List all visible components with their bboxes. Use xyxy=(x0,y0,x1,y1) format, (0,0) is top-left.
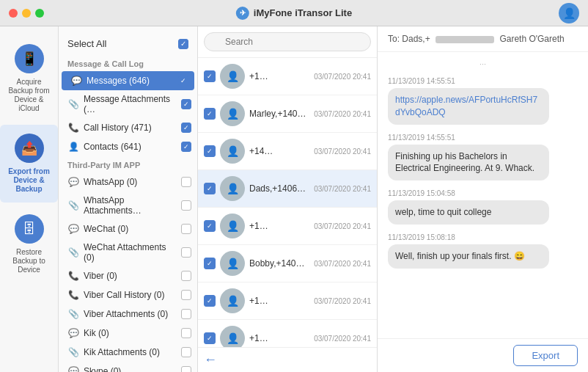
wechat-attach-checkbox[interactable] xyxy=(181,247,191,258)
acquire-icon: 📱 xyxy=(15,44,44,73)
messages-icon: 💬 xyxy=(70,75,82,87)
conv-time: 03/07/2020 20:41 xyxy=(314,110,371,118)
title-bar: ✈ iMyFone iTransor Lite 👤 xyxy=(0,0,588,26)
nav-item-wechat-attachments[interactable]: 📎 WeChat Attachments (0) xyxy=(59,238,197,266)
contacts-checkbox[interactable]: ✓ xyxy=(181,142,191,152)
user-avatar[interactable]: 👤 xyxy=(559,3,579,23)
nav-item-viber-attach[interactable]: 📎 Viber Attachments (0) xyxy=(59,304,197,324)
restore-icon: 🗄 xyxy=(15,214,44,244)
conv-time: 03/07/2020 20:41 xyxy=(314,73,371,81)
whatsapp-attach-checkbox[interactable] xyxy=(181,200,191,211)
call-icon: 📞 xyxy=(67,122,79,134)
nav-item-kik-attach[interactable]: 📎 Kik Attachments (0) xyxy=(59,343,197,362)
avatar: 👤 xyxy=(220,326,245,347)
viber-call-checkbox[interactable] xyxy=(181,290,191,300)
conv-name: Bobby,+14066600... xyxy=(249,258,309,269)
kik-icon: 💬 xyxy=(67,327,79,339)
message-timestamp: 11/13/2019 14:55:51 xyxy=(388,134,578,142)
conv-checkbox[interactable]: ✓ xyxy=(204,108,216,120)
message-group: 11/13/2019 14:55:51 https://apple.news/A… xyxy=(388,77,578,125)
select-all-row: Select All ✓ xyxy=(59,32,197,55)
search-input[interactable] xyxy=(204,32,371,51)
conv-checkbox[interactable]: ✓ xyxy=(204,183,216,194)
truncated-indicator: ··· xyxy=(388,59,578,68)
conv-info: Dads,+14066005... xyxy=(249,183,309,194)
conv-name: +1... xyxy=(249,333,309,343)
conversation-item[interactable]: ✓ 👤 +1... 03/07/2020 20:41 xyxy=(198,320,377,347)
skype-checkbox[interactable] xyxy=(181,366,191,372)
export-button[interactable]: Export xyxy=(513,345,578,366)
avatar: 👤 xyxy=(220,64,245,89)
avatar: 👤 xyxy=(220,176,245,201)
whatsapp-checkbox[interactable] xyxy=(181,177,191,187)
select-all-checkbox[interactable]: ✓ xyxy=(178,39,188,49)
conv-checkbox[interactable]: ✓ xyxy=(204,70,216,82)
header-redacted xyxy=(436,36,494,43)
conv-info: Bobby,+14066600... xyxy=(249,258,309,269)
viber-checkbox[interactable] xyxy=(181,271,191,281)
contacts-icon: 👤 xyxy=(67,141,79,153)
nav-item-wechat[interactable]: 💬 WeChat (0) xyxy=(59,219,197,238)
nav-item-viber[interactable]: 📞 Viber (0) xyxy=(59,266,197,285)
conversation-item[interactable]: ✓ 👤 Marley,+14066600... 03/07/2020 20:41 xyxy=(198,95,377,133)
window-controls xyxy=(9,9,44,18)
avatar: 👤 xyxy=(220,101,245,126)
conversation-item[interactable]: ✓ 👤 Bobby,+14066600... 03/07/2020 20:41 xyxy=(198,245,377,282)
messages-checkbox[interactable]: ✓ xyxy=(178,76,188,86)
sidebar-item-export[interactable]: 📤 Export from Device & Backup xyxy=(0,125,58,203)
message-timestamp: 11/13/2019 15:04:58 xyxy=(388,189,578,197)
viber-attach-checkbox[interactable] xyxy=(181,309,191,319)
minimize-button[interactable] xyxy=(22,9,31,18)
conv-time: 03/07/2020 20:41 xyxy=(314,222,371,230)
kik-attach-checkbox[interactable] xyxy=(181,347,191,357)
message-attachments-checkbox[interactable]: ✓ xyxy=(181,99,191,109)
avatar: 👤 xyxy=(220,139,245,164)
whatsapp-icon: 💬 xyxy=(67,176,79,188)
nav-item-whatsapp[interactable]: 💬 WhatsApp (0) xyxy=(59,172,197,192)
message-bubble: https://apple.news/AFPortuHcRfSH7dYvbQoA… xyxy=(388,88,549,125)
close-button[interactable] xyxy=(9,9,18,18)
nav-item-skype[interactable]: 💬 Skype (0) xyxy=(59,362,197,372)
message-timestamp: 11/13/2019 14:55:51 xyxy=(388,77,578,85)
nav-item-call-history[interactable]: 📞 Call History (471) ✓ xyxy=(59,118,197,137)
message-bubble: Well, finish up your finals first. 😄 xyxy=(388,244,549,269)
search-bar: 🔍 xyxy=(198,26,377,58)
conv-checkbox[interactable]: ✓ xyxy=(204,220,216,232)
conv-checkbox[interactable]: ✓ xyxy=(204,295,216,307)
app-icon: ✈ xyxy=(236,7,249,20)
wechat-checkbox[interactable] xyxy=(181,224,191,234)
message-list: ··· 11/13/2019 14:55:51 https://apple.ne… xyxy=(378,52,588,338)
conv-bottom-bar: ← xyxy=(198,347,377,372)
conv-checkbox[interactable]: ✓ xyxy=(204,258,216,269)
skype-icon: 💬 xyxy=(67,365,79,372)
conversation-list: ✓ 👤 +1... 03/07/2020 20:41 ✓ 👤 Marley,+1… xyxy=(198,58,377,347)
nav-item-message-attachments[interactable]: 📎 Message Attachments (… ✓ xyxy=(59,90,197,118)
nav-item-kik[interactable]: 💬 Kik (0) xyxy=(59,324,197,343)
conv-info: +1+... xyxy=(249,221,309,231)
conv-name: +14 xyxy=(249,146,309,156)
maximize-button[interactable] xyxy=(35,9,44,18)
kik-checkbox[interactable] xyxy=(181,328,191,338)
conv-name: Marley,+14066600... xyxy=(249,109,309,119)
nav-item-whatsapp-attachments[interactable]: 📎 WhatsApp Attachments… xyxy=(59,192,197,219)
conversation-item[interactable]: ✓ 👤 +1+... 03/07/2020 20:41 xyxy=(198,208,377,245)
nav-item-contacts[interactable]: 👤 Contacts (641) ✓ xyxy=(59,137,197,156)
section-message-call-log: Message & Call Log xyxy=(59,55,197,71)
message-group: 11/13/2019 14:55:51 Finishing up his Bac… xyxy=(388,134,578,181)
sidebar-item-acquire[interactable]: 📱 Acquire Backup from Device & iCloud xyxy=(0,35,58,122)
conversation-item[interactable]: ✓ 👤 +14 03/07/2020 20:41 xyxy=(198,133,377,170)
conv-checkbox[interactable]: ✓ xyxy=(204,145,216,157)
conv-checkbox[interactable]: ✓ xyxy=(204,332,216,344)
sidebar-item-restore[interactable]: 🗄 Restore Backup to Device xyxy=(0,205,58,283)
nav-item-messages[interactable]: 💬 Messages (646) ✓ xyxy=(62,71,194,90)
nav-item-viber-call[interactable]: 📞 Viber Call History (0) xyxy=(59,285,197,304)
conversation-panel: 🔍 ✓ 👤 +1... 03/07/2020 20:41 ✓ 👤 Marley,… xyxy=(198,26,378,372)
back-button[interactable]: ← xyxy=(204,352,217,368)
conv-time: 03/07/2020 20:41 xyxy=(314,260,371,268)
conversation-item-active[interactable]: ✓ 👤 Dads,+14066005... 03/07/2020 20:41 xyxy=(198,170,377,208)
search-wrapper: 🔍 xyxy=(204,32,371,51)
conversation-item[interactable]: ✓ 👤 +1... 03/07/2020 20:41 xyxy=(198,58,377,95)
conversation-item[interactable]: ✓ 👤 +1,... 03/07/2020 20:41 xyxy=(198,282,377,320)
message-link: https://apple.news/AFPortuHcRfSH7dYvbQoA… xyxy=(395,95,537,117)
call-history-checkbox[interactable]: ✓ xyxy=(181,123,191,133)
